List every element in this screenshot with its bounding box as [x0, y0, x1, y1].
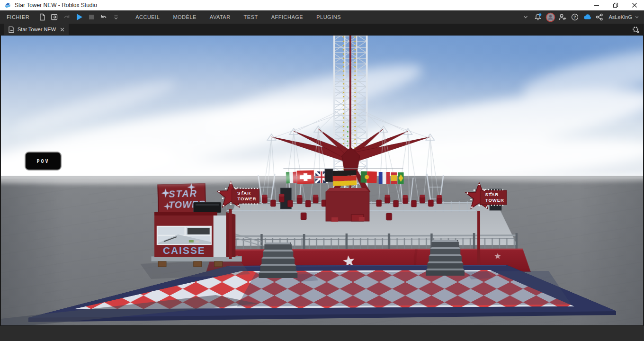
redo-icon[interactable] [61, 11, 73, 23]
close-button[interactable] [625, 0, 644, 10]
new-file-icon[interactable] [36, 11, 48, 23]
flag-portugal-icon [360, 171, 377, 183]
viewport-settings-gear-icon[interactable] [632, 26, 640, 34]
menu-tab-test[interactable]: TEST [237, 10, 265, 24]
scene-render: STAR TOWER CAISSE [1, 36, 643, 325]
username-label: AsLeKinG [608, 14, 632, 20]
booth-window [157, 226, 211, 244]
open-file-icon[interactable] [48, 11, 61, 23]
star-sign-left-line1: STAR [237, 190, 251, 196]
file-menu-button[interactable]: FICHIER [0, 10, 36, 24]
flag-spain-icon [391, 172, 397, 184]
star-sign-right-line1: STAR [485, 192, 499, 197]
star-sign-right-line2: TOWER [485, 197, 504, 203]
titlebar: Star Tower NEW - Roblox Studio [0, 0, 644, 10]
tab-star-tower-new[interactable]: Star Tower NEW [4, 24, 69, 35]
add-collaborator-icon[interactable] [556, 11, 569, 23]
flag-brazil-icon [398, 172, 404, 184]
menu-tab-accueil[interactable]: ACCUEIL [129, 10, 166, 24]
booth-sign-line1: STAR [169, 188, 197, 199]
pov-button[interactable]: POV [25, 152, 62, 170]
menu-tab-plugins[interactable]: PLUGINS [310, 10, 348, 24]
help-glyph: ? [574, 15, 577, 19]
ribbon-right-cluster: ? AsLeKinG [519, 10, 642, 24]
stairs-right [426, 240, 465, 276]
ribbon-toolbar: FICHIER ACCUEIL MODÈLE AVATAR TEST [0, 10, 644, 24]
collapse-ribbon-chevron-icon[interactable] [519, 11, 532, 23]
restore-button[interactable] [606, 0, 625, 10]
ribbon-menu-tabs: ACCUEIL MODÈLE AVATAR TEST AFFICHAGE PLU… [129, 10, 348, 24]
viewport-3d-canvas[interactable]: STAR TOWER CAISSE [0, 36, 644, 325]
help-icon[interactable]: ? [569, 11, 581, 23]
notifications-bell-icon[interactable] [532, 11, 544, 23]
document-tabbar: Star Tower NEW [0, 24, 644, 36]
window-title: Star Tower NEW - Roblox Studio [15, 2, 97, 9]
tab-label: Star Tower NEW [18, 27, 56, 32]
toolbar-options-icon[interactable] [110, 11, 122, 23]
menu-tab-avatar[interactable]: AVATAR [203, 10, 237, 24]
menu-tab-modele[interactable]: MODÈLE [166, 10, 203, 24]
window-controls [587, 0, 644, 10]
booth-label: CAISSE [163, 245, 206, 256]
speaker-box [325, 169, 333, 182]
roblox-studio-logo-icon [4, 1, 11, 9]
flag-france-icon [379, 172, 390, 184]
stairs-left [259, 242, 297, 278]
place-file-icon [8, 26, 15, 33]
status-bar [0, 325, 644, 341]
play-button[interactable] [73, 11, 85, 23]
minimize-button[interactable] [587, 0, 606, 10]
menu-tab-affichage[interactable]: AFFICHAGE [265, 10, 310, 24]
cloud-sync-icon[interactable] [581, 11, 593, 23]
user-account-button[interactable]: AsLeKinG [606, 10, 642, 24]
star-sign-left-line2: TOWER [237, 196, 256, 201]
operator-box [326, 188, 369, 222]
undo-icon[interactable] [98, 11, 110, 23]
avatar[interactable] [544, 11, 556, 23]
share-icon[interactable] [593, 11, 606, 23]
tab-close-icon[interactable] [60, 27, 64, 32]
stop-button[interactable] [85, 11, 98, 23]
flag-germany-icon [332, 170, 357, 186]
